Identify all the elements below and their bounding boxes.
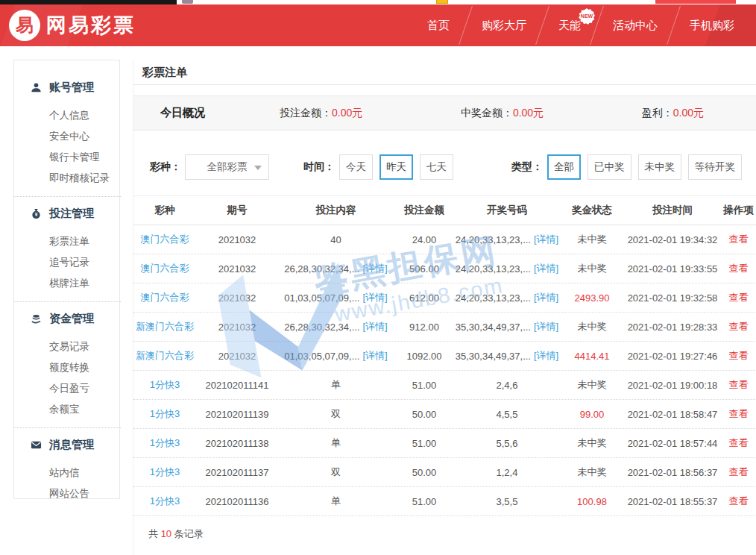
sidebar-item[interactable]: 个人信息 — [49, 105, 119, 126]
cell-draw-numbers: 3,5,5 — [455, 487, 559, 515]
sidebar-section-items: 彩票注单追号记录棋牌注单 — [49, 231, 119, 294]
sidebar-section-bet[interactable]: ¥投注管理 — [31, 204, 119, 222]
cutoff-red-button — [655, 0, 737, 4]
lottery-filter-label: 彩种： — [150, 160, 181, 174]
type-filter-option[interactable]: 已中奖 — [588, 154, 631, 180]
bet-content-detail-link[interactable]: [详情] — [362, 320, 387, 333]
sidebar-section-fund[interactable]: 资金管理 — [31, 310, 119, 327]
view-link[interactable]: 查看 — [729, 495, 749, 508]
sidebar-item[interactable]: 今日盈亏 — [49, 378, 119, 399]
cell-action: 查看 — [720, 254, 756, 283]
sidebar-section-account[interactable]: 账号管理 — [31, 78, 119, 96]
lottery-link[interactable]: 澳门六合彩 — [141, 262, 189, 275]
lottery-select[interactable]: 全部彩票 — [185, 154, 269, 180]
view-link[interactable]: 查看 — [729, 378, 749, 392]
mail-icon — [31, 439, 42, 451]
lottery-link[interactable]: 澳门六合彩 — [141, 291, 189, 304]
table-row: 1分快3202102011139双50.004,5,599.002021-02-… — [133, 400, 756, 429]
overview-stat-value: 0.00元 — [673, 107, 704, 119]
overview-stat: 投注金额：0.00元 — [280, 107, 362, 120]
nav-item-1[interactable]: 首页 — [412, 4, 465, 46]
sidebar-item[interactable]: 安全中心 — [49, 126, 119, 147]
sidebar-section-message[interactable]: 消息管理 — [31, 436, 119, 454]
time-filter-option[interactable]: 今天 — [339, 154, 373, 180]
view-link[interactable]: 查看 — [729, 407, 749, 421]
lottery-link[interactable]: 1分快3 — [150, 407, 180, 421]
cell-prize-status: 4414.41 — [559, 342, 625, 370]
cell-draw-numbers: 4,5,5 — [455, 400, 559, 428]
cell-prize-status: 未中奖 — [559, 225, 625, 254]
view-link[interactable]: 查看 — [729, 465, 749, 479]
browser-remnant-strip — [0, 0, 756, 4]
nav-item-2[interactable]: 购彩大厅 — [466, 4, 542, 46]
cell-amount: 612.00 — [394, 283, 455, 312]
sidebar-item[interactable]: 交易记录 — [49, 336, 119, 357]
sidebar-item[interactable]: 网站公告 — [49, 483, 119, 504]
today-overview-bar: 今日概况 投注金额：0.00元中奖金额：0.00元盈利：0.00元 — [133, 95, 756, 131]
bet-content-detail-link[interactable]: [详情] — [362, 349, 387, 363]
favicon-fragment — [182, 0, 193, 4]
lottery-link[interactable]: 1分快3 — [150, 495, 180, 508]
bet-content-text: 双 — [331, 407, 341, 421]
draw-numbers-detail-link[interactable]: [详情] — [534, 349, 558, 363]
draw-numbers-detail-link[interactable]: [详情] — [534, 291, 558, 304]
lottery-link[interactable]: 1分快3 — [150, 465, 180, 479]
records-count-number: 10 — [161, 528, 171, 539]
cell-lottery: 1分快3 — [133, 487, 196, 515]
table-header-cell: 操作项 — [720, 196, 756, 225]
draw-numbers-detail-link[interactable]: [详情] — [534, 233, 558, 246]
view-link[interactable]: 查看 — [729, 436, 749, 450]
view-link[interactable]: 查看 — [729, 349, 749, 363]
nav-item-4[interactable]: 活动中心 — [597, 4, 673, 46]
browser-dark-fragment — [0, 0, 177, 4]
sidebar-item[interactable]: 即时稽核记录 — [49, 168, 119, 189]
moneybag-icon: ¥ — [31, 208, 42, 219]
draw-numbers-detail-link[interactable]: [详情] — [534, 320, 558, 333]
sidebar-item[interactable]: 彩票注单 — [49, 231, 119, 252]
view-link[interactable]: 查看 — [729, 262, 749, 275]
lottery-link[interactable]: 新澳门六合彩 — [136, 320, 194, 333]
type-filter-option[interactable]: 全部 — [547, 154, 581, 180]
time-filter-option[interactable]: 昨天 — [379, 154, 413, 180]
type-filter-option[interactable]: 未中奖 — [638, 154, 682, 180]
table-row: 1分快3202102011136单51.003,5,5100.982021-02… — [133, 487, 756, 516]
sidebar-item[interactable]: 余额宝 — [49, 399, 119, 420]
cell-bet-time: 2021-02-01 18:56:37 — [625, 458, 720, 486]
cell-lottery: 澳门六合彩 — [133, 283, 196, 312]
table-row: 1分快3202102011138单51.005,5,6未中奖2021-02-01… — [133, 429, 756, 458]
overview-title: 今日概况 — [160, 106, 280, 120]
cell-amount: 51.00 — [394, 371, 455, 399]
cell-period: 2021032 — [196, 342, 278, 370]
view-link[interactable]: 查看 — [729, 291, 749, 304]
cell-lottery: 1分快3 — [133, 458, 196, 486]
sidebar-item[interactable]: 追号记录 — [49, 252, 119, 273]
nav-item-3[interactable]: 天能NEW — [543, 4, 596, 46]
cell-lottery: 1分快3 — [133, 429, 196, 457]
cell-draw-numbers: 24,20,33,13,23,...[详情] — [455, 225, 559, 254]
bet-content-detail-link[interactable]: [详情] — [362, 262, 387, 275]
draw-numbers-detail-link[interactable]: [详情] — [534, 262, 558, 275]
cell-bet-time: 2021-02-01 19:00:18 — [625, 371, 720, 399]
bet-content-text: 单 — [331, 378, 341, 392]
sidebar-item[interactable]: 棋牌注单 — [49, 273, 119, 294]
table-row: 澳门六合彩202103201,03,05,07,09,...[详情]612.00… — [133, 283, 756, 313]
filter-bar: 彩种： 全部彩票 时间： 今天昨天七天 类型： 全部已中奖未中奖等待开奖 — [133, 154, 756, 181]
cell-action: 查看 — [720, 429, 756, 457]
yellow-icon-fragment — [436, 0, 448, 4]
bet-content-detail-link[interactable]: [详情] — [362, 291, 387, 304]
view-link[interactable]: 查看 — [729, 320, 749, 333]
sidebar-item[interactable]: 站内信 — [49, 462, 119, 483]
view-link[interactable]: 查看 — [729, 233, 749, 246]
type-filter-option[interactable]: 等待开奖 — [688, 154, 742, 180]
cell-action: 查看 — [720, 371, 756, 399]
site-header: 易 网易彩票 首页购彩大厅天能NEW活动中心手机购彩 — [0, 4, 756, 46]
nav-item-5[interactable]: 手机购彩 — [674, 4, 750, 46]
sidebar-item[interactable]: 银行卡管理 — [49, 147, 119, 168]
lottery-link[interactable]: 澳门六合彩 — [141, 233, 189, 246]
lottery-link[interactable]: 1分快3 — [150, 436, 180, 450]
cell-lottery: 澳门六合彩 — [133, 254, 196, 283]
sidebar-item[interactable]: 额度转换 — [49, 357, 119, 378]
lottery-link[interactable]: 新澳门六合彩 — [136, 349, 194, 363]
time-filter-option[interactable]: 七天 — [420, 154, 453, 180]
lottery-link[interactable]: 1分快3 — [150, 378, 180, 392]
